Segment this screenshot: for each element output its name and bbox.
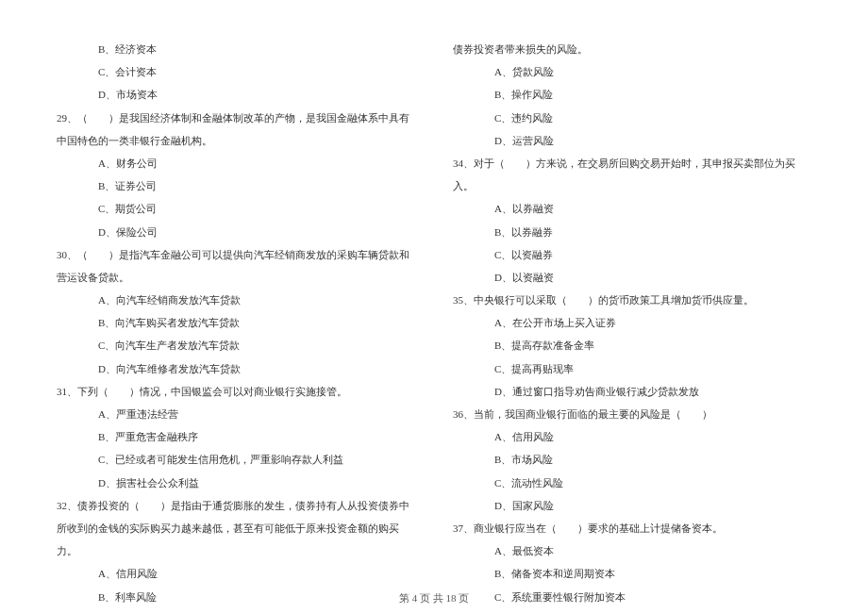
option-text: D、核心资本 bbox=[453, 608, 811, 613]
option-text: C、以资融券 bbox=[453, 243, 811, 266]
option-text: B、储备资本和逆周期资本 bbox=[453, 562, 811, 585]
option-text: A、向汽车经销商发放汽车贷款 bbox=[57, 289, 415, 311]
option-text: C、违约风险 bbox=[453, 107, 811, 129]
option-text: A、贷款风险 bbox=[453, 60, 811, 83]
question-text: 31、下列（ ）情况，中国银监会可以对商业银行实施接管。 bbox=[57, 380, 415, 403]
option-text: C、已经或者可能发生信用危机，严重影响存款人利益 bbox=[57, 448, 415, 471]
question-text: 29、（ ）是我国经济体制和金融体制改革的产物，是我国金融体系中具有中国特色的一… bbox=[57, 107, 415, 152]
option-text: C、流动性风险 bbox=[453, 472, 811, 494]
question-text: 34、对于（ ）方来说，在交易所回购交易开始时，其申报买卖部位为买入。 bbox=[453, 152, 811, 197]
option-text: A、信用风险 bbox=[453, 425, 811, 448]
option-text: D、市场资本 bbox=[57, 83, 415, 106]
option-text: B、市场风险 bbox=[453, 448, 811, 471]
page-footer: 第 4 页 共 18 页 bbox=[0, 591, 868, 605]
option-text: B、经济资本 bbox=[57, 38, 415, 60]
option-text: C、会计资本 bbox=[57, 60, 415, 83]
question-text: 37、商业银行应当在（ ）要求的基础上计提储备资本。 bbox=[453, 517, 811, 539]
question-text: 35、中央银行可以采取（ ）的货币政策工具增加货币供应量。 bbox=[453, 289, 811, 311]
option-text: D、损害社会公众利益 bbox=[57, 472, 415, 494]
question-text: 32、债券投资的（ ）是指由于通货膨胀的发生，债券持有人从投资债券中所收到的金钱… bbox=[57, 494, 415, 563]
option-text: B、提高存款准备金率 bbox=[453, 334, 811, 356]
option-text: D、国家风险 bbox=[453, 494, 811, 517]
option-text: A、严重违法经营 bbox=[57, 403, 415, 425]
option-text: A、在公开市场上买入证券 bbox=[453, 311, 811, 334]
question-continuation: 债券投资者带来损失的风险。 bbox=[453, 38, 811, 60]
option-text: B、证券公司 bbox=[57, 174, 415, 197]
option-text: D、通过窗口指导劝告商业银行减少贷款发放 bbox=[453, 380, 811, 403]
option-text: B、以券融券 bbox=[453, 221, 811, 243]
question-text: 30、（ ）是指汽车金融公司可以提供向汽车经销商发放的采购车辆贷款和营运设备贷款… bbox=[57, 243, 415, 289]
option-text: B、严重危害金融秩序 bbox=[57, 425, 415, 448]
option-text: D、向汽车维修者发放汽车贷款 bbox=[57, 357, 415, 380]
option-text: C、向汽车生产者发放汽车贷款 bbox=[57, 334, 415, 356]
option-text: A、最低资本 bbox=[453, 539, 811, 562]
question-text: 36、当前，我国商业银行面临的最主要的风险是（ ） bbox=[453, 403, 811, 425]
option-text: D、以资融资 bbox=[453, 266, 811, 289]
left-column: B、经济资本 C、会计资本 D、市场资本 29、（ ）是我国经济体制和金融体制改… bbox=[57, 38, 415, 585]
option-text: D、保险公司 bbox=[57, 221, 415, 243]
right-column: 债券投资者带来损失的风险。 A、贷款风险 B、操作风险 C、违约风险 D、运营风… bbox=[453, 38, 811, 585]
option-text: A、以券融资 bbox=[453, 197, 811, 220]
option-text: A、信用风险 bbox=[57, 562, 415, 585]
option-text: D、运营风险 bbox=[453, 129, 811, 152]
option-text: B、操作风险 bbox=[453, 83, 811, 106]
option-text: C、期货公司 bbox=[57, 197, 415, 220]
option-text: A、财务公司 bbox=[57, 152, 415, 174]
option-text: B、向汽车购买者发放汽车贷款 bbox=[57, 311, 415, 334]
option-text: C、购买力风险 bbox=[57, 608, 415, 613]
option-text: C、提高再贴现率 bbox=[453, 357, 811, 380]
